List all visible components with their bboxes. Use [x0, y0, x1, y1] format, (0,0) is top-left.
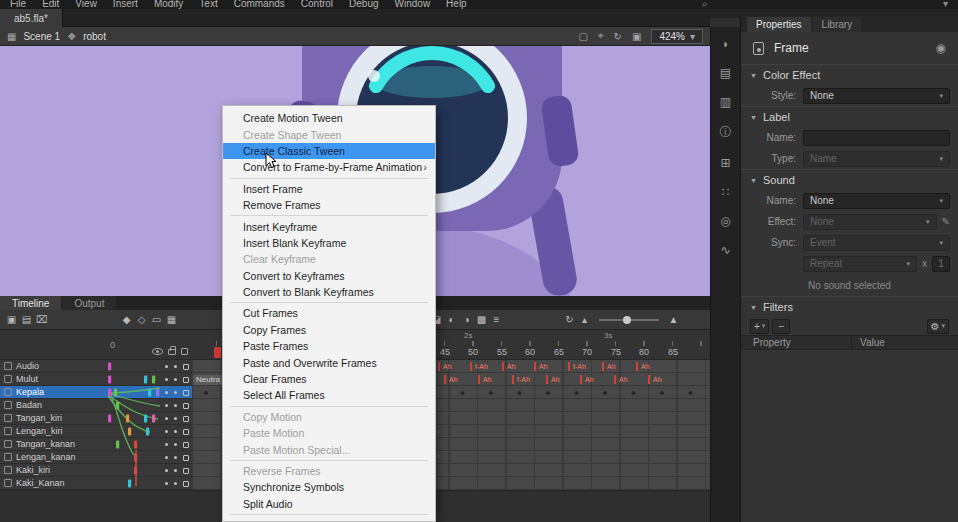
swatches-panel-icon[interactable]: ▥ [720, 95, 731, 109]
panel-menu-icon[interactable]: ◉ [936, 41, 946, 55]
lock-all-icon[interactable] [168, 349, 176, 355]
layer-row-lengan-kanan[interactable]: Lengan_kanan [0, 451, 192, 464]
color-panel-icon[interactable]: ◗ [722, 37, 729, 51]
menu-view[interactable]: View [75, 0, 97, 9]
timeline-zoom-knob[interactable] [623, 316, 631, 324]
layer-lock-dot[interactable] [174, 456, 177, 459]
insert-blank-keyframe-button[interactable]: ◇ [134, 314, 149, 325]
collapse-triangle-icon[interactable]: ▼ [750, 114, 757, 121]
onion-outline-button[interactable]: ◑ [459, 314, 474, 325]
layer-visibility-dot[interactable] [165, 443, 168, 446]
layer-visibility-dot[interactable] [165, 417, 168, 420]
document-tab[interactable]: ab5.fla* [0, 9, 63, 27]
layer-visibility-dot[interactable] [165, 482, 168, 485]
menu-item-create-motion-tween[interactable]: Create Motion Tween [223, 110, 435, 126]
layer-outline-swatch[interactable] [183, 364, 189, 370]
menu-text[interactable]: Text [199, 0, 217, 9]
insert-frame-button[interactable]: ▭ [149, 314, 164, 325]
layer-row-tangan-kiri[interactable]: Tangan_kiri [0, 412, 192, 425]
menu-file[interactable]: File [10, 0, 26, 9]
playhead[interactable] [214, 347, 221, 358]
menu-item-paste-frames[interactable]: Paste Frames [223, 338, 435, 354]
layer-outline-swatch[interactable] [183, 377, 189, 383]
layer-outline-swatch[interactable] [183, 403, 189, 409]
menu-item-copy-frames[interactable]: Copy Frames [223, 322, 435, 338]
frame-menu-button[interactable]: ≡ [489, 314, 504, 325]
section-sound[interactable]: ▼ Sound [741, 170, 958, 190]
breadcrumb-scene[interactable]: Scene 1 [23, 31, 60, 42]
menu-edit[interactable]: Edit [42, 0, 59, 9]
layer-lock-dot[interactable] [174, 378, 177, 381]
align-panel-icon[interactable]: ▤ [720, 66, 731, 80]
layer-row-mulut[interactable]: Mulut [0, 373, 192, 386]
menu-control[interactable]: Control [301, 0, 333, 9]
layer-lock-dot[interactable] [174, 482, 177, 485]
section-color-effect[interactable]: ▼ Color Effect [741, 65, 958, 85]
tab-timeline[interactable]: Timeline [0, 296, 61, 310]
components-panel-icon[interactable]: ◎ [720, 214, 730, 228]
layer-outline-swatch[interactable] [183, 481, 189, 487]
menu-commands[interactable]: Commands [234, 0, 285, 9]
menu-item-remove-frames[interactable]: Remove Frames [223, 197, 435, 213]
breadcrumb-symbol[interactable]: robot [83, 31, 106, 42]
menu-item-cut-frames[interactable]: Cut Frames [223, 305, 435, 321]
tab-output[interactable]: Output [62, 296, 116, 310]
section-filters[interactable]: ▼ Filters [741, 297, 958, 317]
sound-name-dropdown[interactable]: None ▾ [803, 193, 950, 209]
filter-options-button[interactable]: ⚙ ▾ [927, 319, 949, 334]
section-label[interactable]: ▼ Label [741, 107, 958, 127]
menu-item-convert-to-keyframes[interactable]: Convert to Keyframes [223, 268, 435, 284]
menu-item-convert-to-frame-by-frame[interactable]: Convert to Frame-by-Frame Animation › [223, 159, 435, 175]
layer-visibility-dot[interactable] [165, 365, 168, 368]
timeline-zoom-out-icon[interactable]: ▴ [577, 314, 592, 325]
menu-window[interactable]: Window [395, 0, 431, 9]
rotate-view-icon[interactable]: ↻ [614, 31, 622, 42]
transform-panel-icon[interactable]: ⊞ [720, 156, 730, 170]
menu-insert[interactable]: Insert [113, 0, 138, 9]
menu-item-insert-blank-keyframe[interactable]: Insert Blank Keyframe [223, 235, 435, 251]
layer-outline-swatch[interactable] [183, 455, 189, 461]
center-stage-icon[interactable]: ⌖ [598, 30, 604, 42]
layer-lock-dot[interactable] [174, 430, 177, 433]
menu-item-insert-keyframe[interactable]: Insert Keyframe [223, 218, 435, 234]
edit-multiple-frames-button[interactable]: ▩ [474, 314, 489, 325]
timeline-zoom-slider[interactable] [599, 319, 659, 321]
layer-visibility-dot[interactable] [165, 469, 168, 472]
layer-lock-dot[interactable] [174, 443, 177, 446]
pasteboard-toggle-icon[interactable]: ▢ [578, 31, 587, 42]
collapse-triangle-icon[interactable]: ▼ [750, 177, 757, 184]
show-hide-all-icon[interactable] [152, 348, 163, 355]
menu-modify[interactable]: Modify [154, 0, 183, 9]
style-dropdown[interactable]: None ▾ [803, 88, 950, 104]
loop-button[interactable]: ↻ [562, 314, 577, 325]
layer-outline-swatch[interactable] [183, 442, 189, 448]
info-panel-icon[interactable]: ⓘ [720, 124, 732, 141]
workspace-chevron-icon[interactable]: ▾ [943, 0, 948, 9]
layer-lock-dot[interactable] [174, 365, 177, 368]
menu-item-convert-to-blank-keyframes[interactable]: Convert to Blank Keyframes [223, 284, 435, 300]
insert-keyframe-button[interactable]: ◆ [119, 314, 134, 325]
outline-all-icon[interactable] [181, 348, 188, 355]
layer-row-kepala[interactable]: Kepala [0, 386, 192, 399]
search-icon[interactable]: ⌕ [702, 0, 708, 9]
onion-skin-button[interactable]: ◐ [444, 314, 459, 325]
delete-layer-button[interactable]: ⌧ [34, 314, 49, 325]
menu-help[interactable]: Help [446, 0, 467, 9]
edit-sound-envelope-icon[interactable]: ✎ [942, 216, 950, 227]
layer-outline-swatch[interactable] [183, 416, 189, 422]
layer-outline-swatch[interactable] [183, 468, 189, 474]
menu-item-select-all-frames[interactable]: Select All Frames [223, 387, 435, 403]
layer-lock-dot[interactable] [174, 469, 177, 472]
layer-row-badan[interactable]: Badan [0, 399, 192, 412]
tab-properties[interactable]: Properties [747, 17, 811, 32]
menu-item-paste-and-overwrite-frames[interactable]: Paste and Overwrite Frames [223, 354, 435, 370]
collapse-triangle-icon[interactable]: ▼ [750, 304, 757, 311]
menu-debug[interactable]: Debug [349, 0, 378, 9]
menu-item-create-classic-tween[interactable]: Create Classic Tween [223, 143, 435, 159]
layer-row-lengan-kiri[interactable]: Lengan_kiri [0, 425, 192, 438]
menu-item-synchronize-symbols[interactable]: Synchronize Symbols [223, 479, 435, 495]
frame-view-button[interactable]: ▦ [164, 314, 179, 325]
layer-visibility-dot[interactable] [165, 378, 168, 381]
layer-row-kaki-kiri[interactable]: Kaki_kiri [0, 464, 192, 477]
menu-item-insert-frame[interactable]: Insert Frame [223, 181, 435, 197]
